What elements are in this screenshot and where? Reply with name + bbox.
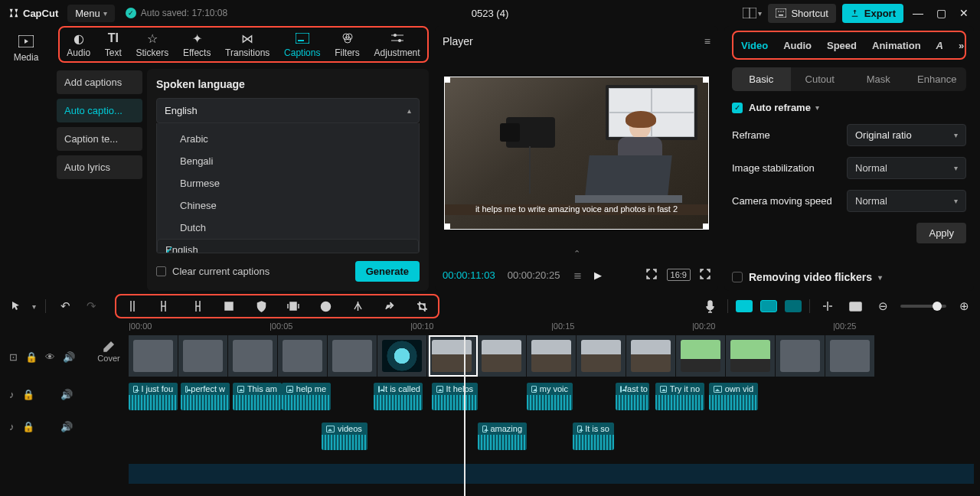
insp-tab-overflow[interactable]: A	[936, 40, 943, 51]
lang-option-bengali[interactable]: Bengali	[157, 150, 419, 172]
tab-filters[interactable]: Filters	[335, 31, 360, 58]
insp-tab-speed[interactable]: Speed	[827, 40, 857, 51]
frames-tool[interactable]	[283, 296, 303, 316]
mute-icon[interactable]: 🔊	[63, 351, 75, 363]
trim-left-tool[interactable]	[155, 296, 175, 316]
video-track[interactable]	[129, 335, 974, 377]
flicker-checkbox[interactable]	[732, 272, 743, 282]
lock-icon[interactable]: 🔒	[22, 389, 34, 400]
clear-captions-checkbox[interactable]: Clear current captions	[156, 266, 270, 277]
rotate-tool[interactable]	[380, 296, 400, 316]
link-icon[interactable]: ⊡	[9, 351, 18, 363]
lang-option-burmese[interactable]: Burmese	[157, 172, 419, 194]
close-button[interactable]: ✕	[956, 7, 972, 19]
cover-button[interactable]: Cover	[92, 335, 126, 496]
preview-mode-icon[interactable]	[845, 296, 865, 316]
lang-option-arabic[interactable]: Arabic	[157, 128, 419, 150]
list-icon[interactable]: ≣	[573, 269, 582, 281]
sub-tab-mask[interactable]: Mask	[849, 67, 908, 91]
zoom-out-icon[interactable]: ⊖	[873, 296, 893, 316]
shortcut-button[interactable]: Shortcut	[768, 4, 835, 23]
zoom-preset-2[interactable]	[760, 300, 777, 312]
lang-option-english[interactable]: English	[157, 239, 419, 253]
overlay-track[interactable]	[129, 464, 974, 484]
tab-transitions[interactable]: ⋈Transitions	[225, 31, 270, 58]
auto-reframe-checkbox[interactable]: ✓	[732, 103, 743, 113]
sidebar-item-auto-lyrics[interactable]: Auto lyrics	[57, 155, 142, 179]
caption-clip[interactable]: It is so	[573, 423, 614, 450]
insp-tab-audio[interactable]: Audio	[783, 40, 812, 51]
maximize-button[interactable]: ▢	[933, 7, 949, 19]
scale-icon[interactable]	[645, 268, 658, 282]
caption-clip[interactable]: perfect w	[181, 383, 230, 410]
lang-option-dutch[interactable]: Dutch	[157, 217, 419, 239]
tab-audio[interactable]: ◐Audio	[67, 31, 90, 58]
insp-tab-video[interactable]: Video	[741, 40, 768, 51]
tab-stickers[interactable]: ☆Stickers	[136, 31, 169, 58]
mute-icon[interactable]: 🔊	[60, 389, 73, 400]
layout-icon[interactable]: ▾	[742, 3, 762, 23]
lock-icon[interactable]: 🔒	[22, 421, 34, 432]
video-preview[interactable]: it helps me to write amazing voice and p…	[444, 77, 709, 230]
caption-clip[interactable]: It is called	[374, 383, 423, 410]
zoom-preset-1[interactable]	[736, 300, 753, 312]
stabilization-select[interactable]: Normal▾	[847, 157, 966, 179]
reframe-select[interactable]: Original ratio▾	[847, 124, 966, 146]
music-icon[interactable]: ♪	[9, 421, 15, 432]
caption-clip[interactable]: videos	[322, 423, 368, 450]
align-icon[interactable]	[818, 296, 838, 316]
caption-track-2[interactable]: videosamazingIt is so	[129, 423, 974, 453]
sidebar-item-caption-templates[interactable]: Caption te...	[57, 127, 142, 151]
caption-clip[interactable]: my voic	[527, 383, 573, 410]
cam-speed-select[interactable]: Normal▾	[847, 190, 966, 212]
caption-clip[interactable]: help me	[282, 383, 331, 410]
zoom-in-icon[interactable]: ⊕	[954, 296, 974, 316]
zoom-preset-3[interactable]	[785, 300, 802, 312]
lock-icon[interactable]: 🔒	[25, 351, 38, 363]
tab-media[interactable]: Media	[3, 29, 49, 67]
tab-effects[interactable]: ✦Effects	[183, 31, 211, 58]
reverse-tool[interactable]	[315, 296, 335, 316]
menu-button[interactable]: Menu▾	[67, 5, 115, 22]
more-icon[interactable]: »	[959, 40, 964, 51]
zoom-slider[interactable]	[900, 305, 946, 308]
tab-adjustment[interactable]: Adjustment	[374, 31, 420, 58]
mic-icon[interactable]	[700, 296, 720, 316]
play-button[interactable]: ▶	[594, 269, 602, 281]
caption-clip[interactable]: I just fou	[129, 383, 178, 410]
mirror-tool[interactable]	[348, 296, 368, 316]
music-icon[interactable]: ♪	[9, 389, 15, 400]
caption-clip[interactable]: fast to	[616, 383, 649, 410]
eye-icon[interactable]: 👁	[45, 351, 55, 363]
fullscreen-icon[interactable]	[700, 269, 710, 282]
insp-tab-animation[interactable]: Animation	[872, 40, 921, 51]
sidebar-item-add-captions[interactable]: Add captions	[57, 70, 142, 94]
playhead[interactable]	[464, 335, 466, 496]
pointer-tool[interactable]	[6, 296, 26, 316]
mute-icon[interactable]: 🔊	[60, 421, 73, 432]
chevron-down-icon[interactable]: ▾	[32, 302, 36, 311]
tab-text[interactable]: TIText	[105, 31, 122, 58]
sub-tab-cutout[interactable]: Cutout	[791, 67, 850, 91]
chevron-down-icon[interactable]: ▾	[815, 103, 819, 112]
language-select[interactable]: English▴	[156, 98, 420, 123]
redo-button[interactable]: ↷	[81, 296, 101, 316]
lang-option-chinese[interactable]: Chinese	[157, 194, 419, 217]
sub-tab-enhance[interactable]: Enhance	[908, 67, 967, 91]
generate-button[interactable]: Generate	[355, 261, 420, 282]
trim-right-tool[interactable]	[187, 296, 207, 316]
timeline-ruler[interactable]: |00:00 |00:05 |00:10 |00:15 |00:20 |00:2…	[129, 321, 974, 335]
sidebar-item-auto-captions[interactable]: Auto captio...	[57, 99, 142, 122]
tab-captions[interactable]: Captions	[284, 31, 320, 58]
caption-clip[interactable]: Try it no	[655, 383, 704, 410]
caption-clip[interactable]: It helps	[432, 383, 478, 410]
shield-tool[interactable]	[251, 296, 271, 316]
crop-tool[interactable]	[219, 296, 239, 316]
collapse-icon[interactable]: ⌃	[443, 249, 710, 259]
aspect-ratio[interactable]: 16:9	[667, 269, 691, 281]
caption-clip[interactable]: This am	[233, 383, 282, 410]
minimize-button[interactable]: —	[910, 7, 926, 19]
chevron-down-icon[interactable]: ▾	[878, 273, 882, 282]
caption-clip[interactable]: amazing	[478, 423, 527, 450]
caption-clip[interactable]: own vid	[709, 383, 758, 410]
